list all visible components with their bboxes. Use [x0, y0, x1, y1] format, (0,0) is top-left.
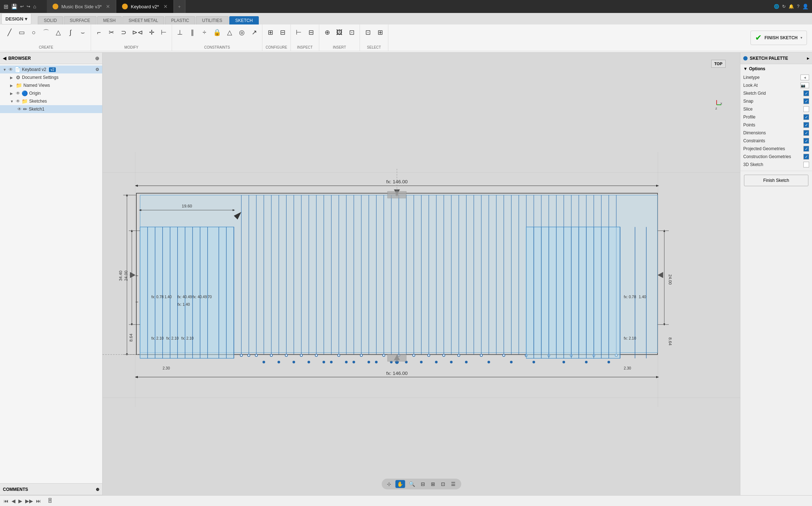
constraint5-tool[interactable]: △: [224, 24, 235, 40]
tab-music-box-close[interactable]: ✕: [106, 4, 110, 9]
palette-check-profile[interactable]: ✓: [803, 114, 809, 120]
move-tool[interactable]: ✛: [146, 24, 157, 40]
offset-tool[interactable]: ⊃: [118, 24, 129, 40]
conic-tool[interactable]: ⌣: [77, 24, 89, 40]
playback-last[interactable]: ⏭: [36, 498, 41, 504]
vc-grid-btn[interactable]: ⊞: [429, 480, 437, 488]
user-icon[interactable]: 👤: [802, 4, 808, 9]
notification-icon[interactable]: 🔔: [789, 4, 794, 9]
tab-plastic[interactable]: PLASTIC: [165, 16, 195, 24]
tree-eye-origin[interactable]: 👁: [16, 91, 20, 96]
tree-eye-sketch1[interactable]: 👁: [17, 107, 22, 112]
tree-toggle-sketches[interactable]: ▼: [10, 99, 14, 103]
palette-lookat-btn[interactable]: 📷: [800, 82, 809, 88]
palette-check-sketch-grid[interactable]: ✓: [803, 90, 809, 96]
spline-tool[interactable]: ∫: [65, 24, 76, 40]
palette-check-points[interactable]: ✓: [803, 122, 809, 128]
playback-first[interactable]: ⏮: [4, 498, 9, 504]
tree-item-keyboard-v2[interactable]: ▼ 👁 📄 Keyboard v2 v2 ⚙: [0, 66, 102, 73]
tab-solid[interactable]: SOLID: [38, 16, 63, 24]
tree-toggle-doc-settings[interactable]: ▶: [10, 76, 14, 80]
insert3-tool[interactable]: ⊡: [346, 24, 357, 40]
tree-item-sketches[interactable]: ▼ 👁 📁 Sketches: [0, 97, 102, 105]
playback-next[interactable]: ▶▶: [25, 498, 33, 504]
vc-display-btn[interactable]: ⊡: [439, 480, 447, 488]
inspect1-tool[interactable]: ⊢: [293, 24, 304, 40]
constraint3-tool[interactable]: ÷: [199, 24, 210, 40]
timeline-marker-icon[interactable]: 🎚: [47, 497, 53, 505]
vc-pan-btn active[interactable]: ✋: [395, 480, 405, 488]
configure1-tool[interactable]: ⊞: [265, 24, 276, 40]
help-icon[interactable]: ?: [797, 4, 799, 9]
home-icon[interactable]: ⌂: [33, 4, 36, 9]
tab-utilities[interactable]: UTILITIES: [196, 16, 228, 24]
redo-icon[interactable]: ↪: [27, 4, 30, 9]
palette-check-projected-geo[interactable]: ✓: [803, 146, 809, 152]
playback-prev[interactable]: ◀: [12, 498, 15, 504]
vc-cursor-btn[interactable]: ⊹: [385, 480, 393, 488]
constraint2-tool[interactable]: ∥: [186, 24, 198, 40]
save-icon[interactable]: 💾: [11, 4, 17, 9]
tree-settings-icon[interactable]: ⚙: [95, 67, 99, 72]
circle-tool[interactable]: ○: [28, 24, 40, 40]
palette-check-constraints[interactable]: ✓: [803, 138, 809, 144]
select2-tool[interactable]: ⊞: [374, 24, 386, 40]
viewport[interactable]: TOP Z X: [103, 53, 740, 495]
palette-check-snap[interactable]: ✓: [803, 98, 809, 104]
insert2-tool[interactable]: 🖼: [334, 24, 345, 40]
insert1-tool[interactable]: ⊕: [321, 24, 333, 40]
comments-expand-icon[interactable]: ⊕: [96, 487, 99, 492]
line-tool[interactable]: ╱: [4, 24, 15, 40]
palette-check-3d-sketch[interactable]: [803, 162, 809, 167]
inspect2-tool[interactable]: ⊟: [305, 24, 317, 40]
tree-eye-keyboard[interactable]: 👁: [9, 67, 13, 72]
tab-keyboard-close[interactable]: ✕: [163, 4, 168, 9]
vc-fit-btn[interactable]: ⊟: [419, 480, 427, 488]
arc-tool[interactable]: ⌒: [40, 24, 52, 40]
new-tab-btn[interactable]: +: [174, 0, 186, 13]
playback-play[interactable]: ▶: [18, 498, 22, 504]
vc-layers-btn[interactable]: ☰: [449, 480, 457, 488]
tab-surface[interactable]: SURFACE: [64, 16, 96, 24]
design-dropdown[interactable]: DESIGN ▾: [1, 13, 31, 24]
select1-tool[interactable]: ⊡: [362, 24, 374, 40]
browser-expand-icon[interactable]: ⊕: [95, 55, 99, 61]
sketch-dim-tool[interactable]: ⊢: [158, 24, 170, 40]
constraint1-tool[interactable]: ⊥: [174, 24, 186, 40]
mirror-tool[interactable]: ⊳⊲: [130, 24, 145, 40]
tree-eye-sketches[interactable]: 👁: [16, 99, 20, 104]
tree-toggle-origin[interactable]: ▶: [10, 91, 14, 95]
trim-tool[interactable]: ✂: [105, 24, 117, 40]
palette-expand-icon[interactable]: ▸: [807, 56, 809, 61]
vc-zoom-btn[interactable]: 🔍: [407, 480, 417, 488]
tab-sketch[interactable]: SKETCH: [229, 16, 259, 24]
browser-collapse-icon[interactable]: ◀: [3, 56, 6, 61]
tree-toggle-named-views[interactable]: ▶: [10, 84, 14, 88]
tree-item-doc-settings[interactable]: ▶ ⚙ Document Settings: [0, 73, 102, 81]
configure2-tool[interactable]: ⊟: [277, 24, 288, 40]
app-grid-icon[interactable]: ⊞: [4, 3, 8, 10]
fillet-tool[interactable]: ⌐: [93, 24, 105, 40]
constraint6-tool[interactable]: ◎: [236, 24, 248, 40]
tab-mesh[interactable]: MESH: [97, 16, 122, 24]
palette-check-dimensions[interactable]: ✓: [803, 130, 809, 136]
undo-icon[interactable]: ↩: [20, 4, 24, 9]
palette-linetype-btn[interactable]: ◀: [800, 75, 809, 80]
constraint7-tool[interactable]: ↗: [248, 24, 260, 40]
tree-item-origin[interactable]: ▶ 👁 🔵 Origin: [0, 89, 102, 97]
tree-item-sketch1[interactable]: 👁 ✏ Sketch1: [0, 105, 102, 113]
tab-keyboard[interactable]: Keyboard v2* ✕: [116, 0, 173, 13]
palette-check-slice[interactable]: [803, 106, 809, 112]
tab-sheet-metal[interactable]: SHEET METAL: [122, 16, 164, 24]
tab-music-box[interactable]: Music Box Side v3* ✕: [47, 0, 116, 13]
rectangle-tool[interactable]: ▭: [16, 24, 27, 40]
palette-check-construction-geo[interactable]: ✓: [803, 154, 809, 160]
sketch-canvas[interactable]: fx: 146.00: [103, 53, 740, 495]
finish-sketch-palette-btn[interactable]: Finish Sketch: [744, 175, 808, 186]
tree-toggle-keyboard[interactable]: ▼: [3, 68, 7, 72]
tree-item-named-views[interactable]: ▶ 📁 Named Views: [0, 81, 102, 89]
polygon-tool[interactable]: △: [53, 24, 64, 40]
finish-sketch-toolbar-btn[interactable]: ✔ FINISH SKETCH ▾: [750, 31, 807, 45]
constraint4-tool[interactable]: 🔒: [211, 24, 223, 40]
palette-options-header[interactable]: ▼ Options: [743, 66, 809, 71]
